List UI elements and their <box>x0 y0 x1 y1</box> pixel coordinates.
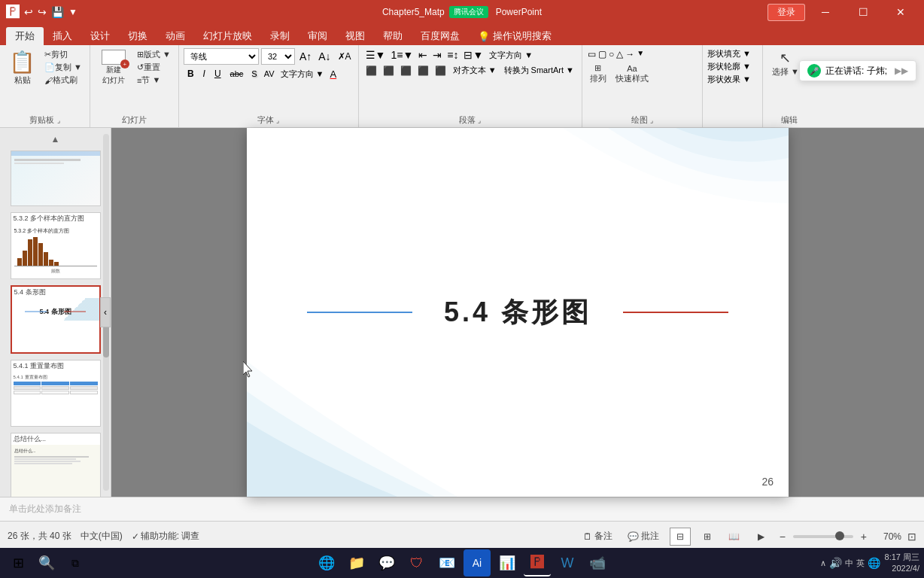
align-right-button[interactable]: ⬛ <box>398 65 414 77</box>
tab-design[interactable]: 设计 <box>81 27 119 45</box>
teams-icon[interactable]: 📹 <box>584 549 611 576</box>
font-name-select[interactable]: 等线 <box>184 48 259 65</box>
select-button[interactable]: ↖ 选择 ▼ <box>767 48 804 79</box>
font-size-select[interactable]: 32 <box>261 48 295 65</box>
align-left-button[interactable]: ⬛ <box>363 65 379 77</box>
arrange-button[interactable]: ⊞ 排列 <box>587 62 609 86</box>
shape-outline-button[interactable]: 形状轮廓 ▼ <box>707 61 751 72</box>
shape-rounded-rect[interactable]: ▢ <box>597 48 607 60</box>
clock[interactable]: 8:17 周三 2022/4/ <box>885 552 919 575</box>
close-button[interactable]: ✕ <box>883 0 918 24</box>
text-direction-button[interactable]: 文字方向 ▼ <box>278 68 327 81</box>
notes-button[interactable]: 🗒 备注 <box>579 528 617 544</box>
line-spacing-button[interactable]: ≡↕ <box>445 48 460 62</box>
tray-expand-icon[interactable]: ∧ <box>820 558 826 568</box>
underline-button[interactable]: U <box>211 67 225 81</box>
section-button[interactable]: ≡ 节 ▼ <box>134 74 174 87</box>
edge-icon[interactable]: 🌐 <box>313 549 340 576</box>
notes-bar[interactable]: 单击此处添加备注 <box>0 497 924 521</box>
zoom-level-label[interactable]: 70% <box>874 531 901 542</box>
zoom-thumb[interactable] <box>835 531 844 540</box>
increase-indent-button[interactable]: ⇥ <box>430 48 444 62</box>
login-button[interactable]: 登录 <box>767 4 805 21</box>
tab-record[interactable]: 录制 <box>261 27 299 45</box>
slide-thumbnail-5[interactable]: 总结什么... 总结什么... <box>11 433 101 497</box>
tab-view[interactable]: 视图 <box>336 27 374 45</box>
meeting-close-icon[interactable]: ▶▶ <box>895 65 908 76</box>
slide-thumbnail-2[interactable]: 5.3.2 多个样本的直方图 5.3.2 多个样本的直方图 频数 <box>11 212 101 279</box>
tab-baidu[interactable]: 百度网盘 <box>412 27 469 45</box>
slide-canvas[interactable]: 5.4 条形图 26 <box>247 128 789 497</box>
italic-button[interactable]: I <box>199 67 209 81</box>
powerpoint-taskbar-icon[interactable]: 🅿 <box>524 549 551 576</box>
increase-font-button[interactable]: A↑ <box>297 50 314 63</box>
comments-button[interactable]: 💬 批注 <box>623 528 664 544</box>
quick-style-button[interactable]: Aa 快速样式 <box>612 62 652 86</box>
shape-circle[interactable]: ○ <box>608 48 615 60</box>
photos-icon[interactable]: 📊 <box>494 549 521 576</box>
feishu-icon[interactable]: Ai <box>464 549 491 576</box>
bullets-button[interactable]: ☰▼ <box>363 48 388 62</box>
font-expand-icon[interactable]: ⌟ <box>276 117 279 124</box>
wechat-icon[interactable]: 💬 <box>373 549 400 576</box>
tab-home[interactable]: 开始 <box>6 27 44 45</box>
drawing-expand-icon[interactable]: ⌟ <box>650 117 653 124</box>
char-spacing-button[interactable]: AV <box>262 68 277 79</box>
normal-view-button[interactable]: ⊟ <box>670 528 691 546</box>
antivirus-icon[interactable]: 🛡 <box>403 549 430 576</box>
scroll-up-arrow[interactable]: ▲ <box>51 134 60 144</box>
tab-insert[interactable]: 插入 <box>44 27 81 45</box>
tab-animations[interactable]: 动画 <box>157 27 194 45</box>
language-switch-icon[interactable]: 英 <box>856 558 865 569</box>
panel-collapse-button[interactable]: ‹ <box>100 297 111 327</box>
reading-view-button[interactable]: 📖 <box>724 528 745 546</box>
shape-rect[interactable]: ▭ <box>587 48 597 60</box>
word-icon[interactable]: W <box>554 549 581 576</box>
clipboard-expand-icon[interactable]: ⌟ <box>57 117 60 124</box>
slide-thumbnail-4[interactable]: 5.4.1 重置量布图 5.4.1 重置量布图 <box>11 360 101 427</box>
start-button[interactable]: ⊞ <box>5 549 32 576</box>
justify-button[interactable]: ⬛ <box>415 65 431 77</box>
columns-button[interactable]: ⊟▼ <box>461 48 485 62</box>
align-text-button[interactable]: 对齐文本 ▼ <box>450 64 500 77</box>
zoom-slider[interactable] <box>793 535 853 538</box>
clear-format-button[interactable]: ✗A <box>336 50 354 62</box>
decrease-indent-button[interactable]: ⇤ <box>416 48 430 62</box>
slide-sorter-button[interactable]: ⊞ <box>697 528 718 546</box>
new-slide-button[interactable]: + 新建幻灯片 <box>95 48 132 87</box>
ime-icon[interactable]: 中 <box>845 558 853 569</box>
quick-access-redo[interactable]: ↪ <box>38 6 47 18</box>
zoom-out-button[interactable]: − <box>778 531 787 543</box>
strikethrough-button[interactable]: abc <box>226 68 248 80</box>
zoom-in-button[interactable]: + <box>859 531 868 543</box>
minimize-button[interactable]: ─ <box>808 0 843 24</box>
slide-title-area[interactable]: 5.4 条形图 <box>247 294 789 331</box>
para-expand-icon[interactable]: ⌟ <box>478 117 481 124</box>
reset-button[interactable]: ↺ 重置 <box>134 61 174 74</box>
shape-triangle[interactable]: △ <box>615 48 624 60</box>
slideshow-button[interactable]: ▶ <box>751 528 772 546</box>
shape-arrow[interactable]: → <box>625 48 635 60</box>
format-painter-button[interactable]: 🖌 格式刷 <box>41 74 85 87</box>
numbering-button[interactable]: 1≡▼ <box>388 48 415 62</box>
tab-review[interactable]: 审阅 <box>299 27 336 45</box>
cut-button[interactable]: ✂ 剪切 <box>41 48 85 61</box>
tab-transitions[interactable]: 切换 <box>119 27 157 45</box>
font-color-button[interactable]: A <box>328 68 339 81</box>
quick-access-more[interactable]: ▼ <box>68 7 78 17</box>
tab-slideshow[interactable]: 幻灯片放映 <box>194 27 261 45</box>
quick-access-save[interactable]: 💾 <box>51 6 64 18</box>
shapes-more[interactable]: ▼ <box>636 48 645 60</box>
mail-icon[interactable]: 📧 <box>433 549 460 576</box>
shape-fill-button[interactable]: 形状填充 ▼ <box>707 48 751 59</box>
fit-slide-button[interactable]: ⊡ <box>907 531 916 543</box>
paste-button[interactable]: 📋 粘贴 <box>5 48 40 87</box>
align-center-button[interactable]: ⬛ <box>381 65 397 77</box>
bold-button[interactable]: B <box>184 67 198 81</box>
slide-thumbnail-1[interactable] <box>11 151 101 206</box>
layout-button[interactable]: ⊞ 版式 ▼ <box>134 48 174 61</box>
task-view-button[interactable]: ⧉ <box>62 549 89 576</box>
maximize-button[interactable]: ☐ <box>846 0 880 24</box>
volume-icon[interactable]: 🔊 <box>829 557 842 569</box>
text-direction2-button[interactable]: 文字方向 ▼ <box>486 49 536 62</box>
